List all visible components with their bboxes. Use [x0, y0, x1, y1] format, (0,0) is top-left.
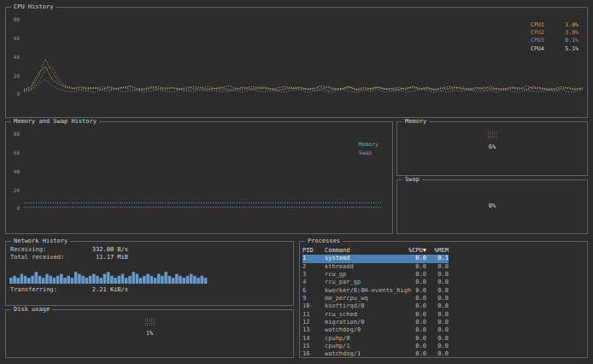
table-row[interactable]: 6kworker/0:0H-events_high0.00.0	[302, 287, 449, 295]
cell-mem: 0.0	[426, 279, 449, 286]
cell-cpu: 0.0	[402, 319, 426, 326]
cell-pid: 16	[302, 350, 325, 358]
processes-panel: Processes PID Command %CPU▼ %MEM 1system…	[299, 241, 588, 358]
table-row[interactable]: 10ksoftirqd/00.00.0	[302, 302, 449, 310]
table-row[interactable]: 3rcu_gp0.00.0	[302, 271, 449, 279]
table-row[interactable]: 13watchdog/00.00.0	[302, 326, 449, 334]
cell-command: rcu_par_gp	[325, 279, 402, 286]
cell-cpu: 0.0	[402, 311, 426, 319]
transferring-row: Transferring: 2.21 KiB/s	[10, 286, 138, 294]
table-row[interactable]: 16watchdog/10.00.0	[302, 350, 449, 358]
cell-cpu: 0.0	[402, 350, 426, 358]
cell-command: kthreadd	[325, 263, 402, 271]
swap-panel-title: Swap	[402, 176, 422, 184]
column-header-command[interactable]: Command	[325, 247, 402, 255]
table-row[interactable]: 2kthreadd0.00.0	[302, 263, 449, 271]
cell-mem: 0.0	[426, 343, 449, 350]
legend-memory: Memory	[359, 141, 379, 150]
total-received-row: Total received: 11.17 MiB	[10, 254, 138, 261]
cell-mem: 0.0	[426, 319, 449, 326]
cell-cpu: 0.0	[402, 335, 426, 343]
memory-percent: 6%	[489, 144, 496, 150]
cell-cpu: 0.0	[402, 302, 426, 310]
memory-panel: Memory 6%	[396, 121, 588, 176]
network-transfer-info: Transferring: 2.21 KiB/s	[10, 286, 138, 294]
receiving-row: Receiving: 332.00 B/s	[10, 246, 138, 254]
cell-cpu: 0.0	[402, 343, 426, 350]
cell-mem: 0.0	[426, 271, 449, 279]
cell-pid: 11	[302, 311, 325, 319]
cell-pid: 10	[302, 302, 325, 310]
table-row[interactable]: 14cpuhp/00.00.0	[302, 335, 449, 343]
network-panel-title: Network History	[11, 238, 70, 245]
network-history-panel: Network History Receiving: 332.00 B/s To…	[5, 241, 294, 306]
legend-cpu1: CPU1 3.0%	[531, 21, 578, 29]
cell-pid: 1	[302, 255, 325, 262]
cell-command: migration/0	[325, 319, 402, 326]
table-row[interactable]: 15cpuhp/10.00.0	[302, 343, 449, 350]
system-monitor-screen: CPU History 80 60 40 20 0 CPU1 3.0% CPU2…	[0, 0, 593, 364]
process-table-header: PID Command %CPU▼ %MEM	[302, 247, 449, 255]
process-table-body: 1systemd0.00.12kthreadd0.00.03rcu_gp0.00…	[302, 255, 449, 358]
cell-pid: 4	[302, 279, 325, 286]
memory-swap-legend: Memory Swap	[359, 141, 379, 157]
cpu-y-tick: 40	[9, 54, 20, 60]
column-header-cpu[interactable]: %CPU▼	[402, 247, 426, 255]
table-row[interactable]: 4rcu_par_gp0.00.0	[302, 279, 449, 286]
cpu-history-chart	[23, 18, 584, 97]
cpu-y-tick: 20	[9, 73, 20, 79]
cell-cpu: 0.0	[402, 279, 426, 286]
process-table: PID Command %CPU▼ %MEM 1systemd0.00.12kt…	[302, 247, 449, 359]
cell-mem: 0.0	[426, 311, 449, 319]
table-row[interactable]: 12migration/00.00.0	[302, 319, 449, 326]
cell-pid: 9	[302, 295, 325, 302]
legend-value: 3.0%	[565, 21, 578, 29]
disk-panel-title: Disk usage	[11, 306, 52, 314]
cell-cpu: 0.0	[402, 255, 426, 262]
mem-y-tick: 60	[9, 150, 20, 156]
mem-y-tick: 80	[9, 131, 20, 137]
cell-mem: 0.0	[426, 335, 449, 343]
column-header-mem[interactable]: %MEM	[426, 247, 449, 255]
cell-command: cpuhp/0	[325, 335, 402, 343]
legend-cpu4: CPU4 5.1%	[531, 45, 578, 53]
cell-pid: 2	[302, 263, 325, 271]
cell-mem: 0.0	[426, 326, 449, 334]
swap-percent: 0%	[489, 203, 496, 209]
memory-panel-title: Memory	[402, 118, 429, 126]
table-row[interactable]: 1systemd0.00.1	[302, 255, 449, 262]
cpu-panel-title: CPU History	[11, 3, 56, 11]
column-header-pid[interactable]: PID	[302, 247, 325, 255]
table-row[interactable]: 11rcu_sched0.00.0	[302, 311, 449, 319]
table-row[interactable]: 9mm_percpu_wq0.00.0	[302, 295, 449, 302]
cell-pid: 3	[302, 271, 325, 279]
cell-command: mm_percpu_wq	[325, 295, 402, 302]
cell-mem: 0.0	[426, 302, 449, 310]
cell-cpu: 0.0	[402, 295, 426, 302]
legend-cpu2: CPU2 3.0%	[531, 29, 578, 37]
cpu-y-tick: 0	[9, 91, 20, 97]
cpu-y-tick: 80	[9, 16, 20, 22]
cell-command: ksoftirqd/0	[325, 302, 402, 310]
total-received-label: Total received:	[10, 254, 75, 261]
cell-cpu: 0.0	[402, 263, 426, 271]
cell-mem: 0.1	[426, 255, 449, 262]
cell-mem: 0.0	[426, 295, 449, 302]
memory-usage-dots	[487, 131, 498, 138]
cell-cpu: 0.0	[402, 271, 426, 279]
cell-command: rcu_gp	[325, 271, 402, 279]
cell-command: systemd	[325, 255, 402, 262]
legend-cpu3: CPU3 0.1%	[531, 37, 578, 44]
cell-command: rcu_sched	[325, 311, 402, 319]
receiving-value: 332.00 B/s	[75, 246, 128, 254]
legend-value: 3.0%	[565, 29, 578, 37]
processes-panel-title: Processes	[305, 238, 343, 245]
legend-swap: Swap	[359, 150, 379, 158]
cell-cpu: 0.0	[402, 326, 426, 334]
mem-y-tick: 20	[9, 187, 20, 193]
cell-command: watchdog/1	[325, 350, 402, 358]
legend-label: CPU1	[531, 21, 544, 29]
transferring-value: 2.21 KiB/s	[75, 286, 128, 294]
mem-y-tick: 40	[9, 168, 20, 174]
memory-swap-panel-title: Memory and Swap History	[11, 118, 99, 126]
